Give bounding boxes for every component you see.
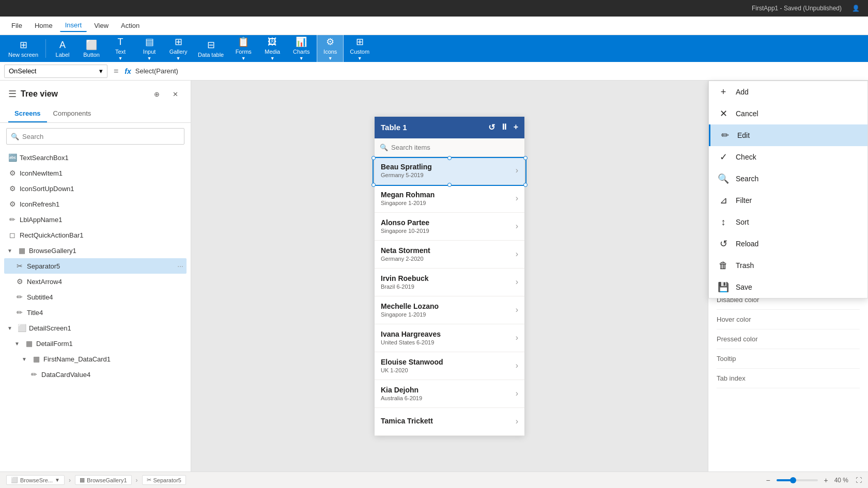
tree-item-iconnewitem1[interactable]: ⚙ IconNewItem1 bbox=[4, 165, 187, 181]
expand-firstname-datacard1[interactable]: ▼ bbox=[22, 356, 29, 362]
dropdown-trash[interactable]: 🗑 Trash bbox=[709, 255, 867, 276]
dropdown-cancel[interactable]: ✕ Cancel bbox=[709, 103, 867, 124]
ribbon-icons[interactable]: ⚙ Icons ▼ bbox=[317, 34, 344, 64]
arrow-icon-5: › bbox=[516, 305, 518, 314]
zoom-in-button[interactable]: + bbox=[821, 475, 831, 485]
dropdown-edit[interactable]: ✏ Edit bbox=[709, 124, 867, 146]
tree-item-iconsortupdown1[interactable]: ⚙ IconSortUpDown1 bbox=[4, 181, 187, 196]
menu-insert[interactable]: Insert bbox=[60, 19, 87, 32]
ribbon-label[interactable]: A Label bbox=[49, 38, 76, 60]
tree-item-detailform1[interactable]: ▼ ▦ DetailForm1 bbox=[4, 336, 187, 351]
ribbon-input[interactable]: ▤ Input ▼ bbox=[136, 34, 163, 63]
app-frame-container: Table 1 ↺ ⏸ + 🔍 Beau Spratling Germany 5 bbox=[375, 117, 524, 436]
tree-item-lblappname1[interactable]: ✏ LblAppName1 bbox=[4, 212, 187, 227]
tree-item-datacardvalue4[interactable]: ✏ DataCardValue4 bbox=[4, 367, 187, 382]
dropdown-add[interactable]: + Add bbox=[709, 81, 867, 103]
arrow-icon-4: › bbox=[516, 277, 518, 287]
ribbon-button[interactable]: ⬜ Button bbox=[78, 37, 105, 60]
datacardvalue4-icon: ✏ bbox=[29, 370, 39, 379]
list-item-9[interactable]: Tamica Trickett › bbox=[375, 408, 524, 436]
tab-components[interactable]: Components bbox=[47, 105, 98, 122]
tree-item-firstname-datacard1[interactable]: ▼ ▦ FirstName_DataCard1 bbox=[4, 351, 187, 367]
tree-item-subtitle4[interactable]: ✏ Subtitle4 bbox=[4, 289, 187, 305]
ribbon-charts[interactable]: 📊 Charts ▼ bbox=[288, 34, 315, 63]
close-icon[interactable]: ✕ bbox=[168, 87, 182, 101]
dropdown-save[interactable]: 💾 Save bbox=[709, 276, 867, 298]
dropdown-filter[interactable]: ⊿ Filter bbox=[709, 190, 867, 211]
reload-header-icon[interactable]: ↺ bbox=[488, 122, 495, 132]
reload-icon: ↺ bbox=[717, 238, 730, 249]
dropdown-search[interactable]: 🔍 Search bbox=[709, 168, 867, 190]
list-item-6[interactable]: Ivana Hargreaves United States 6-2019 › bbox=[375, 324, 524, 352]
subtitle4-icon: ✏ bbox=[14, 293, 25, 301]
text-icon: T bbox=[118, 37, 123, 48]
tree-item-title4[interactable]: ✏ Title4 bbox=[4, 305, 187, 320]
expand-detailform1[interactable]: ▼ bbox=[14, 341, 22, 347]
title-bar: FirstApp1 - Saved (Unpublished) 👤 bbox=[0, 0, 868, 17]
menu-file[interactable]: File bbox=[6, 20, 27, 32]
expand-detailscreen1[interactable]: ▼ bbox=[7, 325, 14, 331]
list-item-5[interactable]: Mechelle Lozano Singapore 1-2019 › bbox=[375, 296, 524, 324]
list-item-1[interactable]: Megan Rohman Singapore 1-2019 › bbox=[375, 185, 524, 213]
menu-view[interactable]: View bbox=[89, 20, 114, 32]
panel-title: Tree view bbox=[21, 89, 58, 99]
ribbon-custom[interactable]: ⊞ Custom ▼ bbox=[346, 34, 374, 63]
tab-screens[interactable]: Screens bbox=[8, 105, 47, 122]
tree-search-box[interactable]: 🔍 bbox=[6, 128, 184, 145]
ribbon-data-table[interactable]: ⊟ Data table bbox=[194, 37, 228, 60]
tree-item-browsegallery1[interactable]: ▼ ▦ BrowseGallery1 bbox=[4, 243, 187, 258]
tree-item-separator5[interactable]: ✂ Separator5 ··· bbox=[4, 258, 187, 274]
arrow-icon-3: › bbox=[516, 249, 518, 259]
iconsortupdown1-icon: ⚙ bbox=[7, 184, 18, 193]
formula-selector[interactable]: OnSelect ▾ bbox=[4, 65, 107, 78]
breadcrumb-browse-screen[interactable]: ⬜ BrowseSre... ▼ bbox=[6, 475, 65, 485]
app-table-title: Table 1 bbox=[381, 123, 407, 132]
separator5-menu-icon[interactable]: ··· bbox=[177, 262, 183, 270]
pause-header-icon[interactable]: ⏸ bbox=[500, 122, 508, 132]
textsearchbox1-icon: 🔤 bbox=[7, 153, 18, 162]
icons-dropdown: + Add ✕ Cancel ✏ Edit ✓ Check 🔍 Search ⊿ bbox=[708, 81, 868, 298]
tree-search-input[interactable] bbox=[22, 133, 180, 140]
tree-item-nextarrow4[interactable]: ⚙ NextArrow4 bbox=[4, 274, 187, 289]
tree-item-textsearchbox1[interactable]: 🔤 TextSearchBox1 bbox=[4, 150, 187, 165]
menu-home[interactable]: Home bbox=[29, 20, 58, 32]
breadcrumb-browse-gallery[interactable]: ▦ BrowseGallery1 bbox=[75, 475, 132, 485]
expand-browsegallery1[interactable]: ▼ bbox=[7, 248, 14, 254]
fullscreen-button[interactable]: ⛶ bbox=[856, 477, 862, 484]
zoom-slider[interactable] bbox=[777, 479, 818, 481]
ribbon-text[interactable]: T Text ▼ bbox=[107, 35, 134, 63]
nextarrow4-icon: ⚙ bbox=[14, 277, 25, 286]
ribbon-forms[interactable]: 📋 Forms ▼ bbox=[230, 34, 257, 63]
right-panel: + Add ✕ Cancel ✏ Edit ✓ Check 🔍 Search ⊿ bbox=[708, 81, 868, 471]
check-icon: ✓ bbox=[717, 151, 730, 163]
menu-action[interactable]: Action bbox=[116, 20, 145, 32]
zoom-thumb bbox=[790, 477, 796, 483]
breadcrumb-separator5[interactable]: ✂ Separator5 bbox=[142, 475, 186, 485]
dropdown-check[interactable]: ✓ Check bbox=[709, 146, 867, 168]
app-search-input[interactable] bbox=[391, 144, 519, 151]
list-item-4[interactable]: Irvin Roebuck Brazil 6-2019 › bbox=[375, 269, 524, 296]
zoom-out-button[interactable]: − bbox=[763, 475, 773, 485]
app-search-bar[interactable]: 🔍 bbox=[375, 138, 524, 157]
ribbon-media[interactable]: 🖼 Media ▼ bbox=[259, 35, 286, 63]
ribbon-new-screen[interactable]: ⊞ New screen bbox=[4, 37, 42, 60]
formula-expression: Select(Parent) bbox=[135, 67, 864, 75]
browse-gallery-icon: ▦ bbox=[80, 477, 85, 483]
list-item-7[interactable]: Elouise Stanwood UK 1-2020 › bbox=[375, 352, 524, 380]
ribbon: ⊞ New screen A Label ⬜ Button T Text ▼ ▤… bbox=[0, 35, 868, 62]
hamburger-icon[interactable]: ☰ bbox=[8, 88, 17, 100]
tree-item-detailscreen1[interactable]: ▼ ⬜ DetailScreen1 bbox=[4, 320, 187, 336]
app-header-icons: ↺ ⏸ + bbox=[488, 122, 518, 132]
tree-item-iconrefresh1[interactable]: ⚙ IconRefresh1 bbox=[4, 196, 187, 212]
dropdown-sort[interactable]: ↕ Sort bbox=[709, 211, 867, 233]
list-item-3[interactable]: Neta Storment Germany 2-2020 › bbox=[375, 241, 524, 269]
ribbon-gallery[interactable]: ⊞ Gallery ▼ bbox=[165, 34, 192, 63]
list-item-8[interactable]: Kia Dejohn Australia 6-2019 › bbox=[375, 380, 524, 408]
list-item-0[interactable]: Beau Spratling Germany 5-2019 › bbox=[375, 157, 524, 185]
layers-icon[interactable]: ⊕ bbox=[149, 87, 164, 101]
panel-icons: ⊕ ✕ bbox=[149, 87, 182, 101]
list-item-2[interactable]: Alonso Partee Singapore 10-2019 › bbox=[375, 213, 524, 241]
dropdown-reload[interactable]: ↺ Reload bbox=[709, 233, 867, 255]
add-header-icon[interactable]: + bbox=[514, 122, 518, 132]
tree-item-rectquickactionbar1[interactable]: ◻ RectQuickActionBar1 bbox=[4, 227, 187, 243]
